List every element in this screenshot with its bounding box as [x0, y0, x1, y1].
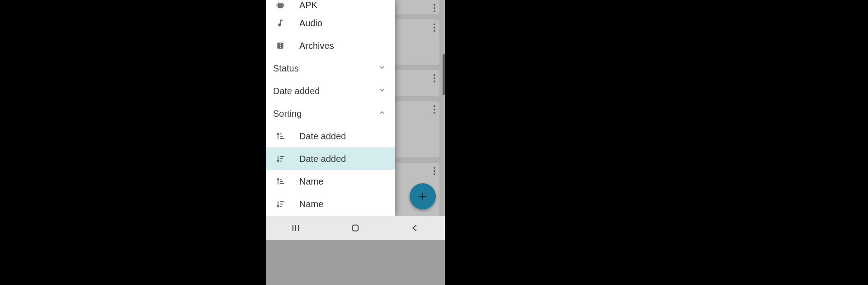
filter-item-audio[interactable]: Audio	[266, 12, 395, 34]
filter-item-archives[interactable]: Archives	[266, 34, 395, 57]
sort-option-label: Name	[299, 199, 323, 209]
sort-ascending-icon	[275, 132, 286, 141]
section-status[interactable]: Status	[266, 57, 395, 80]
sort-option-label: Date added	[299, 154, 346, 164]
scroll-indicator[interactable]	[443, 54, 445, 95]
section-sorting[interactable]: Sorting	[266, 102, 395, 125]
phone-frame: .jpg .apk . 6.jpg .jpg	[266, 0, 445, 285]
back-icon	[410, 223, 420, 233]
more-vert-icon[interactable]	[434, 22, 435, 33]
sort-option-date-added-desc[interactable]: Date added	[266, 147, 395, 170]
svg-rect-5	[283, 4, 284, 6]
sort-ascending-icon	[275, 177, 286, 186]
more-vert-icon[interactable]	[434, 73, 435, 84]
archive-icon	[275, 41, 286, 50]
svg-rect-7	[280, 43, 281, 44]
nav-home-button[interactable]	[346, 219, 364, 237]
more-vert-icon[interactable]	[434, 3, 435, 14]
section-label: Sorting	[273, 109, 302, 119]
svg-rect-9	[280, 47, 281, 48]
svg-point-2	[278, 2, 279, 3]
nav-back-button[interactable]	[406, 219, 424, 237]
svg-point-3	[282, 2, 283, 3]
more-vert-icon[interactable]	[434, 166, 435, 176]
android-nav-bar	[266, 216, 445, 240]
svg-rect-29	[353, 225, 359, 231]
filter-drawer: APK Audio Archives Status	[266, 0, 395, 216]
chevron-down-icon	[378, 86, 386, 96]
filter-label: Audio	[299, 18, 322, 28]
fab-add-button[interactable]	[410, 183, 436, 209]
svg-rect-8	[280, 45, 281, 46]
more-vert-icon[interactable]	[434, 104, 435, 115]
section-label: Date added	[273, 86, 320, 96]
section-label: Status	[273, 63, 299, 74]
music-note-icon	[275, 19, 286, 28]
svg-rect-4	[277, 4, 278, 6]
sort-option-label: Date added	[299, 131, 346, 142]
sort-option-date-added-asc[interactable]: Date added	[266, 125, 395, 147]
sort-option-label: Name	[299, 176, 323, 187]
sort-descending-icon	[275, 154, 286, 163]
nav-recents-button[interactable]	[287, 219, 305, 237]
sort-option-name-asc[interactable]: Name	[266, 170, 395, 193]
filter-label: Archives	[299, 41, 334, 51]
plus-icon	[418, 191, 428, 201]
chevron-down-icon	[378, 63, 386, 73]
recents-icon	[290, 223, 301, 233]
filter-label: APK	[299, 0, 317, 10]
filter-item-apk[interactable]: APK	[266, 0, 395, 12]
home-icon	[350, 223, 360, 233]
section-date-added[interactable]: Date added	[266, 80, 395, 102]
sort-option-name-desc[interactable]: Name	[266, 193, 395, 215]
android-icon	[275, 0, 286, 10]
chevron-up-icon	[378, 109, 386, 119]
sort-descending-icon	[275, 200, 286, 209]
